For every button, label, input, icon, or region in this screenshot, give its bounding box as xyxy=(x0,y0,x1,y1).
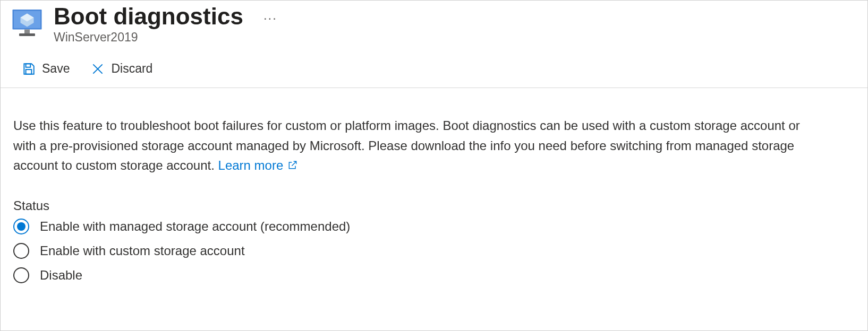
resource-name: WinServer2019 xyxy=(54,30,282,45)
radio-label: Disable xyxy=(40,268,82,283)
svg-rect-6 xyxy=(26,64,31,67)
boot-diagnostics-panel: Boot diagnostics ··· WinServer2019 Save xyxy=(0,0,868,331)
description-block: Use this feature to troubleshoot boot fa… xyxy=(13,116,810,175)
more-actions-button[interactable]: ··· xyxy=(259,12,282,24)
radio-indicator xyxy=(13,219,29,234)
toolbar: Save Discard xyxy=(1,45,867,88)
content-area: Use this feature to troubleshoot boot fa… xyxy=(1,88,867,296)
svg-rect-4 xyxy=(24,30,30,34)
status-label: Status xyxy=(13,198,855,213)
radio-label: Enable with managed storage account (rec… xyxy=(40,219,350,234)
save-button-label: Save xyxy=(42,62,70,76)
close-icon xyxy=(91,62,105,76)
svg-rect-7 xyxy=(26,69,32,74)
description-text: Use this feature to troubleshoot boot fa… xyxy=(13,118,800,172)
radio-option-managed[interactable]: Enable with managed storage account (rec… xyxy=(13,219,855,234)
discard-button-label: Discard xyxy=(111,62,152,76)
external-link-icon xyxy=(287,160,298,170)
save-button[interactable]: Save xyxy=(19,59,73,78)
discard-button[interactable]: Discard xyxy=(88,59,156,78)
radio-option-custom[interactable]: Enable with custom storage account xyxy=(13,243,855,259)
status-radio-group: Enable with managed storage account (rec… xyxy=(13,219,855,283)
radio-dot xyxy=(17,222,25,231)
radio-indicator xyxy=(13,243,29,259)
learn-more-label: Learn more xyxy=(218,155,284,175)
page-title: Boot diagnostics xyxy=(54,4,243,29)
learn-more-link[interactable]: Learn more xyxy=(218,155,299,175)
radio-indicator xyxy=(13,267,29,283)
title-block: Boot diagnostics ··· WinServer2019 xyxy=(54,4,282,45)
svg-rect-5 xyxy=(19,33,35,36)
radio-label: Enable with custom storage account xyxy=(40,243,245,258)
status-section: Status Enable with managed storage accou… xyxy=(13,198,855,283)
vm-resource-icon xyxy=(11,7,43,39)
radio-option-disable[interactable]: Disable xyxy=(13,267,855,283)
save-icon xyxy=(22,62,36,76)
header-row: Boot diagnostics ··· WinServer2019 xyxy=(1,1,867,45)
